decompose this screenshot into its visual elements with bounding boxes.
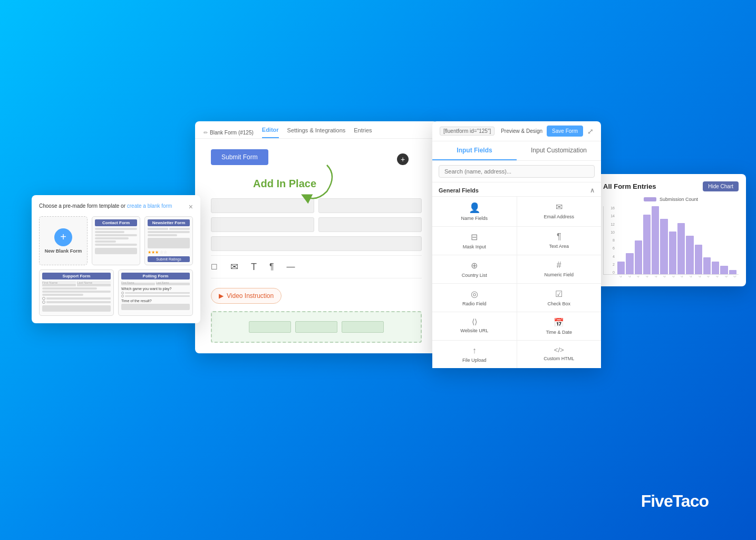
field-grid: 👤 Name Fields ✉ Email Address ⊟ Mask Inp… [432,196,601,368]
drop-field-3 [342,321,384,333]
chart-bar [703,257,711,274]
fields-search-container [432,161,601,182]
field-placeholder-4 [318,217,422,232]
panel-fields: [fluentform id="125"] Preview & Design S… [432,121,601,368]
html-icon: </> [554,346,564,354]
save-form-btn[interactable]: Save Form [547,126,583,137]
textarea-icon: ¶ [557,232,561,242]
tab-settings[interactable]: Settings & Integrations [287,127,346,138]
field-website[interactable]: ⟨⟩ Website URL [432,312,517,340]
add-field-plus[interactable]: + [397,153,409,165]
template-blank[interactable]: + New Blank Form [39,216,88,265]
field-numeric[interactable]: # Numeric Field [517,255,602,283]
close-icon[interactable]: × [189,202,193,211]
x-label: 04-26 [698,276,704,278]
field-html[interactable]: </> Custom HTML [517,341,602,368]
text-icon: T [251,262,257,273]
legend-color [644,197,656,201]
legend-label: Submission Count [660,197,698,202]
collapse-icon[interactable]: ∧ [590,187,595,194]
play-icon: ▶ [219,292,224,300]
mask-icon: ⊟ [471,232,478,242]
field-upload[interactable]: ↑ File Upload [432,341,517,368]
chart-title: All Form Entries [603,182,656,190]
field-mask[interactable]: ⊟ Mask Input [432,227,517,255]
tab-input-fields[interactable]: Input Fields [432,141,517,160]
field-checkbox[interactable]: ☑ Check Box [517,284,602,312]
field-placeholder-3 [211,217,314,232]
x-label: 04-17 [663,276,669,278]
template-polling[interactable]: Polling Form First Name Last Name Which … [118,269,193,316]
chart-bar [617,262,625,274]
submit-button-demo[interactable]: Submit Form [211,149,268,165]
upload-label: File Upload [462,358,487,363]
preview-design-link[interactable]: Preview & Design [501,128,542,134]
form-title: Blank Form (#125) [210,130,254,136]
numeric-icon: # [557,261,561,270]
drop-field-2 [295,321,337,333]
shortcode[interactable]: [fluentform id="125"] [440,127,495,136]
radio-label: Radio Field [462,301,487,306]
template-support[interactable]: Support Form First Name Last Name [39,269,114,316]
template-chooser-header: Choose a pre-made form template or creat… [39,202,193,211]
fields-search-input[interactable] [439,165,595,178]
x-label: 04-02 [619,276,625,278]
field-radio[interactable]: ◎ Radio Field [432,284,517,312]
email-icon: ✉ [556,202,563,212]
paragraph-icon: ¶ [269,262,274,272]
upload-icon: ↑ [472,346,477,355]
editor-canvas: Submit Form + Add In Place [195,139,438,353]
mail-icon: ✉ [230,261,238,273]
video-instruction-btn[interactable]: ▶ Video Instruction [211,288,282,304]
chart-wrapper: 1614121086420 04-0204-0504-0804-1104-140… [603,206,739,279]
minus-icon: — [287,262,295,272]
general-fields-header: General Fields ∧ [432,182,601,196]
x-label: 04-20 [680,276,686,278]
mask-label: Mask Input [463,244,486,249]
website-label: Website URL [460,328,488,333]
template-contact[interactable]: Contact Form [92,216,140,265]
field-textarea[interactable]: ¶ Text Area [517,227,602,255]
chart-bar [677,223,685,274]
template-newsletter[interactable]: Newsletter Form ★★★ ☆☆ Submit Ratings [144,216,193,265]
hide-chart-btn[interactable]: Hide Chart [703,181,739,191]
chart-bar [626,253,633,274]
x-label: 04-19 [672,276,678,278]
field-country[interactable]: ⊕ Country List [432,255,517,283]
country-label: Country List [462,273,487,278]
datetime-icon: 📅 [554,317,564,327]
expand-icon[interactable]: ⤢ [587,127,594,136]
editor-tab-bar: ✏ Blank Form (#125) Editor Settings & In… [195,121,438,139]
field-datetime[interactable]: 📅 Time & Date [517,312,602,340]
chart-bar [712,262,719,274]
tab-entries[interactable]: Entries [354,127,372,138]
panel-editor: ✏ Blank Form (#125) Editor Settings & In… [195,121,438,353]
email-label: Email Address [544,214,574,219]
drop-field-1 [249,321,291,333]
radio-icon: ◎ [471,289,478,299]
chart-area: 1614121086420 [603,206,739,275]
tab-editor[interactable]: Editor [262,127,279,138]
field-name[interactable]: 👤 Name Fields [432,197,517,226]
chart-legend: Submission Count [603,197,739,202]
template-prompt: Choose a pre-made form template or [39,203,125,209]
field-placeholder-5 [211,236,422,251]
drop-zone[interactable] [211,311,422,343]
x-axis: 04-0204-0504-0804-1104-1404-1704-1904-20… [603,276,739,279]
field-email[interactable]: ✉ Email Address [517,197,602,226]
add-arrow-illustration [285,160,353,207]
form-title-icon: ✏ [203,130,208,136]
chart-header: All Form Entries Hide Chart [603,181,739,191]
fields-tabs: Input Fields Input Customization [432,141,601,161]
chart-bar [652,206,659,274]
create-blank-link[interactable]: create a blank form [127,203,172,209]
x-label: 04-23 [689,276,695,278]
x-label: 04-08 [636,276,643,278]
chart-bar [669,232,676,274]
country-icon: ⊕ [471,261,478,271]
bars-container [617,206,736,274]
x-label: 04-14 [654,276,661,278]
tab-input-customization[interactable]: Input Customization [517,141,601,160]
x-label: 05-02 [724,276,731,278]
checkbox-field-icon: ☑ [555,289,563,299]
